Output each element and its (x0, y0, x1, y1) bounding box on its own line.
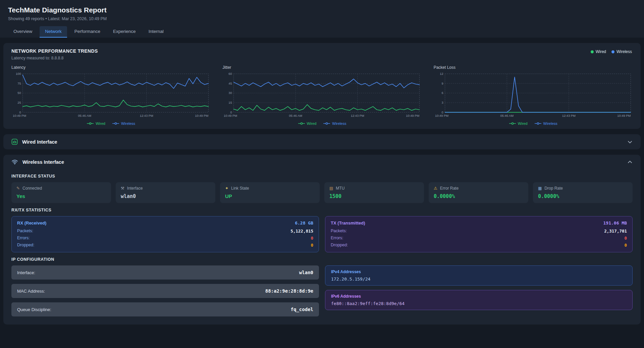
trends-legend: Wired Wireless (591, 49, 632, 54)
tx-dropped-value: 0 (624, 243, 627, 248)
svg-text:10:49 PM: 10:49 PM (617, 114, 631, 117)
status-card-value: wlan0 (121, 193, 210, 199)
line-marker-icon (298, 122, 305, 125)
line-marker-icon (323, 122, 330, 125)
ip-row-label: Interface: (17, 270, 35, 275)
grid-icon: ▦ (538, 186, 542, 190)
wired-interface-title: Wired Interface (22, 139, 623, 145)
status-card-link-state: ✦ Link State UP (220, 182, 320, 203)
legend-wired: Wired (87, 121, 105, 126)
svg-text:45: 45 (229, 82, 232, 85)
warning-icon: ⚠ (434, 186, 437, 190)
ipv4-title: IPv4 Addresses (331, 269, 627, 274)
rx-dropped-label: Dropped: (17, 243, 34, 248)
svg-text:12:43 PM: 12:43 PM (351, 114, 364, 117)
ip-row-interface: Interface: wlan0 (11, 265, 319, 280)
jitter-chart: Jitter 01530456010:49 PM05:46 AM12:43 PM… (222, 65, 421, 126)
tx-total: 191.06 MB (603, 220, 627, 226)
legend-wired: Wired (591, 49, 606, 54)
rx-total: 6.28 GB (295, 220, 313, 226)
status-card-label: Connected (22, 186, 42, 191)
svg-text:10:49 PM: 10:49 PM (195, 114, 208, 117)
tab-network[interactable]: Network (40, 26, 67, 38)
package-icon: ▤ (329, 186, 333, 190)
tab-internal[interactable]: Internal (143, 26, 169, 38)
tx-packets-label: Packets: (331, 229, 347, 234)
report-header: TechMate Diagnostics Report Showing 49 r… (0, 0, 644, 38)
svg-text:25: 25 (17, 101, 21, 104)
tab-performance[interactable]: Performance (69, 26, 106, 38)
rx-dropped-value: 0 (311, 243, 313, 248)
tab-overview[interactable]: Overview (8, 26, 38, 38)
legend-wireless: Wireless (534, 121, 557, 126)
section-title: NETWORK PERFORMANCE TRENDS (11, 48, 633, 54)
wireless-interface-header[interactable]: Wireless Interface (3, 155, 641, 169)
svg-text:10:49 PM: 10:49 PM (13, 114, 26, 117)
legend-wireless: Wireless (611, 49, 632, 54)
ip-row-label: MAC Address: (17, 289, 45, 294)
wired-dot-icon (591, 50, 594, 53)
line-marker-icon (87, 122, 94, 125)
wireless-dot-icon (611, 50, 614, 53)
status-card-label: MTU (336, 186, 344, 191)
wifi-icon (11, 159, 18, 165)
svg-text:0: 0 (19, 110, 21, 114)
wireless-interface-section: Wireless Interface INTERFACE STATUS ✎ Co… (3, 155, 641, 325)
line-marker-icon (534, 122, 542, 125)
svg-text:50: 50 (17, 91, 21, 95)
status-card-error-rate: ⚠ Error Rate 0.0000% (429, 182, 528, 203)
wired-interface-section[interactable]: Wired Interface (3, 134, 641, 149)
packet-loss-plot: 03691210:49 PM05:46 AM12:43 PM10:49 PM (434, 71, 633, 121)
status-card-connected: ✎ Connected Yes (11, 182, 111, 203)
tx-errors-value: 0 (624, 236, 627, 241)
tx-title: TX (Transmitted) (331, 220, 365, 226)
wireless-body: INTERFACE STATUS ✎ Connected Yes ⚒ Inter… (3, 174, 641, 316)
chevron-up-icon[interactable] (627, 160, 633, 164)
ip-row-label: Queue Discipline: (17, 307, 51, 312)
rx-errors-label: Errors: (17, 236, 30, 241)
status-card-value: 0.0000% (538, 193, 628, 199)
ip-row-queue-discipline: Queue Discipline: fq_codel (11, 302, 319, 316)
chart-legend: WiredWireless (222, 121, 421, 126)
svg-text:05:46 AM: 05:46 AM (289, 114, 303, 117)
svg-text:6: 6 (441, 91, 443, 95)
ip-row-value: fq_codel (291, 307, 313, 312)
chevron-down-icon[interactable] (627, 140, 633, 144)
jitter-plot: 01530456010:49 PM05:46 AM12:43 PM10:49 P… (222, 71, 421, 121)
status-card-value: 1500 (329, 193, 419, 199)
chart-legend: WiredWireless (434, 121, 633, 126)
ip-row-value: wlan0 (299, 270, 313, 275)
latency-chart: Latency 025507510010:49 PM05:46 AM12:43 … (11, 65, 210, 126)
svg-text:12:43 PM: 12:43 PM (562, 114, 575, 117)
network-performance-trends-card: Wired Wireless NETWORK PERFORMANCE TREND… (3, 43, 641, 129)
svg-text:05:46 AM: 05:46 AM (78, 114, 91, 117)
chart-title: Packet Loss (434, 65, 633, 70)
ip-address-boxes: IPv4 Addresses 172.20.5.159/24 IPv6 Addr… (325, 265, 633, 310)
svg-text:9: 9 (441, 82, 443, 85)
svg-text:100: 100 (16, 72, 21, 76)
svg-text:12:43 PM: 12:43 PM (140, 114, 153, 117)
line-marker-icon (112, 122, 119, 125)
legend-wired: Wired (509, 121, 528, 126)
ethernet-icon (11, 139, 18, 145)
svg-text:10:49 PM: 10:49 PM (435, 114, 448, 117)
tab-experience[interactable]: Experience (108, 26, 141, 38)
rx-panel: RX (Received) 6.28 GB Packets: 5,122,815… (11, 216, 319, 252)
chart-title: Jitter (222, 65, 421, 70)
status-card-interface: ⚒ Interface wlan0 (116, 182, 215, 203)
tab-bar: Overview Network Performance Experience … (8, 26, 636, 38)
tx-errors-label: Errors: (331, 236, 343, 241)
status-card-label: Drop Rate (544, 186, 563, 191)
legend-wireless: Wireless (323, 121, 346, 126)
svg-text:15: 15 (229, 101, 232, 104)
rx-packets-value: 5,122,815 (290, 229, 313, 234)
rx-title: RX (Received) (17, 220, 46, 226)
ip-config-rows: Interface: wlan0 MAC Address: 88:a2:9e:2… (11, 265, 319, 316)
tx-packets-value: 2,317,701 (604, 229, 627, 234)
wireless-interface-title: Wireless Interface (22, 159, 623, 165)
status-card-mtu: ▤ MTU 1500 (324, 182, 424, 203)
legend-wireless: Wireless (112, 121, 135, 126)
rx-packets-label: Packets: (17, 229, 33, 234)
legend-label: Wired (596, 49, 606, 54)
interface-status-grid: ✎ Connected Yes ⚒ Interface wlan0 ✦ Link… (11, 182, 633, 203)
